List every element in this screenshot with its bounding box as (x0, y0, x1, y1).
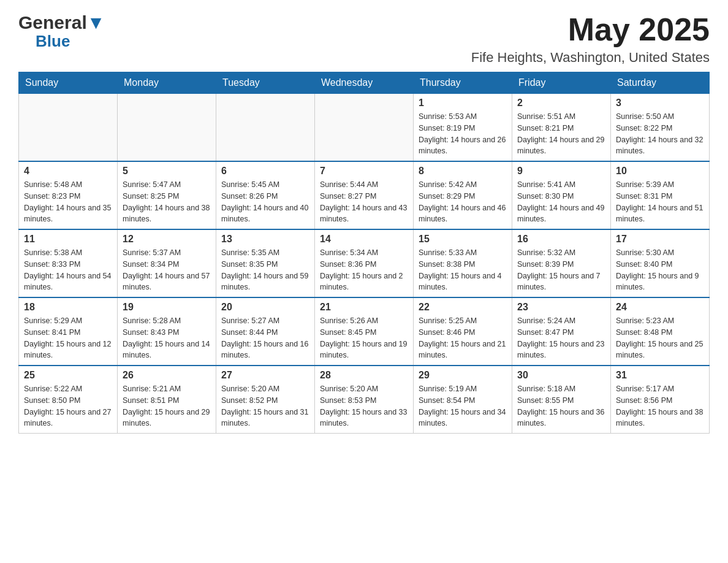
calendar-cell: 18Sunrise: 5:29 AMSunset: 8:41 PMDayligh… (19, 297, 118, 366)
day-number: 13 (221, 234, 309, 245)
calendar-cell: 20Sunrise: 5:27 AMSunset: 8:44 PMDayligh… (216, 297, 315, 366)
calendar-cell (216, 94, 315, 162)
day-info: Sunrise: 5:32 AMSunset: 8:39 PMDaylight:… (517, 247, 605, 293)
col-thursday: Thursday (414, 72, 512, 94)
day-info: Sunrise: 5:45 AMSunset: 8:26 PMDaylight:… (221, 179, 309, 225)
calendar-cell: 11Sunrise: 5:38 AMSunset: 8:33 PMDayligh… (19, 229, 118, 297)
day-number: 5 (123, 166, 211, 177)
day-info: Sunrise: 5:28 AMSunset: 8:43 PMDaylight:… (123, 315, 211, 361)
calendar-cell: 6Sunrise: 5:45 AMSunset: 8:26 PMDaylight… (216, 161, 315, 229)
logo-general-label: General (18, 12, 87, 33)
calendar-cell (315, 94, 414, 162)
day-number: 25 (24, 370, 112, 381)
calendar-cell (19, 94, 118, 162)
col-saturday: Saturday (611, 72, 710, 94)
calendar-week-3: 11Sunrise: 5:38 AMSunset: 8:33 PMDayligh… (19, 229, 710, 297)
calendar-cell: 17Sunrise: 5:30 AMSunset: 8:40 PMDayligh… (611, 229, 710, 297)
day-number: 19 (123, 302, 211, 313)
day-number: 31 (616, 370, 704, 381)
calendar-cell: 27Sunrise: 5:20 AMSunset: 8:52 PMDayligh… (216, 366, 315, 434)
month-title: May 2025 (471, 12, 710, 47)
day-number: 22 (419, 302, 507, 313)
day-info: Sunrise: 5:24 AMSunset: 8:47 PMDaylight:… (517, 315, 605, 361)
day-info: Sunrise: 5:29 AMSunset: 8:41 PMDaylight:… (24, 315, 112, 361)
day-info: Sunrise: 5:51 AMSunset: 8:21 PMDaylight:… (517, 111, 605, 157)
day-number: 16 (517, 234, 605, 245)
day-info: Sunrise: 5:25 AMSunset: 8:46 PMDaylight:… (419, 315, 507, 361)
day-number: 2 (517, 98, 605, 109)
calendar-cell: 7Sunrise: 5:44 AMSunset: 8:27 PMDaylight… (315, 161, 414, 229)
calendar-cell: 25Sunrise: 5:22 AMSunset: 8:50 PMDayligh… (19, 366, 118, 434)
calendar-cell: 23Sunrise: 5:24 AMSunset: 8:47 PMDayligh… (512, 297, 611, 366)
day-number: 27 (221, 370, 309, 381)
day-info: Sunrise: 5:22 AMSunset: 8:50 PMDaylight:… (24, 383, 112, 429)
calendar-cell: 16Sunrise: 5:32 AMSunset: 8:39 PMDayligh… (512, 229, 611, 297)
day-number: 24 (616, 302, 704, 313)
day-number: 10 (616, 166, 704, 177)
day-info: Sunrise: 5:42 AMSunset: 8:29 PMDaylight:… (419, 179, 507, 225)
day-number: 23 (517, 302, 605, 313)
calendar-header-row: Sunday Monday Tuesday Wednesday Thursday… (19, 72, 710, 94)
day-number: 1 (419, 98, 507, 109)
day-number: 3 (616, 98, 704, 109)
day-number: 20 (221, 302, 309, 313)
calendar-cell: 19Sunrise: 5:28 AMSunset: 8:43 PMDayligh… (118, 297, 216, 366)
col-wednesday: Wednesday (315, 72, 414, 94)
calendar-cell: 8Sunrise: 5:42 AMSunset: 8:29 PMDaylight… (414, 161, 512, 229)
calendar-cell: 3Sunrise: 5:50 AMSunset: 8:22 PMDaylight… (611, 94, 710, 162)
col-tuesday: Tuesday (216, 72, 315, 94)
day-number: 21 (320, 302, 408, 313)
day-number: 6 (221, 166, 309, 177)
location-title: Fife Heights, Washington, United States (471, 50, 710, 66)
calendar-cell: 5Sunrise: 5:47 AMSunset: 8:25 PMDaylight… (118, 161, 216, 229)
day-info: Sunrise: 5:33 AMSunset: 8:38 PMDaylight:… (419, 247, 507, 293)
day-number: 29 (419, 370, 507, 381)
calendar-week-4: 18Sunrise: 5:29 AMSunset: 8:41 PMDayligh… (19, 297, 710, 366)
calendar-cell: 26Sunrise: 5:21 AMSunset: 8:51 PMDayligh… (118, 366, 216, 434)
col-monday: Monday (118, 72, 216, 94)
calendar-cell: 29Sunrise: 5:19 AMSunset: 8:54 PMDayligh… (414, 366, 512, 434)
day-number: 18 (24, 302, 112, 313)
day-info: Sunrise: 5:20 AMSunset: 8:53 PMDaylight:… (320, 383, 408, 429)
title-section: May 2025 Fife Heights, Washington, Unite… (471, 12, 710, 66)
calendar-week-5: 25Sunrise: 5:22 AMSunset: 8:50 PMDayligh… (19, 366, 710, 434)
calendar-cell: 12Sunrise: 5:37 AMSunset: 8:34 PMDayligh… (118, 229, 216, 297)
day-number: 9 (517, 166, 605, 177)
day-info: Sunrise: 5:41 AMSunset: 8:30 PMDaylight:… (517, 179, 605, 225)
col-sunday: Sunday (19, 72, 118, 94)
calendar-week-1: 1Sunrise: 5:53 AMSunset: 8:19 PMDaylight… (19, 94, 710, 162)
day-number: 8 (419, 166, 507, 177)
calendar-cell: 28Sunrise: 5:20 AMSunset: 8:53 PMDayligh… (315, 366, 414, 434)
calendar-cell: 22Sunrise: 5:25 AMSunset: 8:46 PMDayligh… (414, 297, 512, 366)
day-number: 17 (616, 234, 704, 245)
day-info: Sunrise: 5:26 AMSunset: 8:45 PMDaylight:… (320, 315, 408, 361)
day-info: Sunrise: 5:38 AMSunset: 8:33 PMDaylight:… (24, 247, 112, 293)
day-info: Sunrise: 5:17 AMSunset: 8:56 PMDaylight:… (616, 383, 704, 429)
logo-blue-inline: ▼ (87, 12, 105, 33)
day-number: 28 (320, 370, 408, 381)
day-info: Sunrise: 5:39 AMSunset: 8:31 PMDaylight:… (616, 179, 704, 225)
calendar-cell: 1Sunrise: 5:53 AMSunset: 8:19 PMDaylight… (414, 94, 512, 162)
day-info: Sunrise: 5:23 AMSunset: 8:48 PMDaylight:… (616, 315, 704, 361)
logo-blue-text: Blue (36, 32, 70, 50)
day-info: Sunrise: 5:37 AMSunset: 8:34 PMDaylight:… (123, 247, 211, 293)
calendar-cell (118, 94, 216, 162)
day-info: Sunrise: 5:21 AMSunset: 8:51 PMDaylight:… (123, 383, 211, 429)
calendar-cell: 4Sunrise: 5:48 AMSunset: 8:23 PMDaylight… (19, 161, 118, 229)
calendar-cell: 10Sunrise: 5:39 AMSunset: 8:31 PMDayligh… (611, 161, 710, 229)
calendar-cell: 30Sunrise: 5:18 AMSunset: 8:55 PMDayligh… (512, 366, 611, 434)
day-info: Sunrise: 5:48 AMSunset: 8:23 PMDaylight:… (24, 179, 112, 225)
day-info: Sunrise: 5:50 AMSunset: 8:22 PMDaylight:… (616, 111, 704, 157)
day-info: Sunrise: 5:44 AMSunset: 8:27 PMDaylight:… (320, 179, 408, 225)
day-info: Sunrise: 5:30 AMSunset: 8:40 PMDaylight:… (616, 247, 704, 293)
day-info: Sunrise: 5:27 AMSunset: 8:44 PMDaylight:… (221, 315, 309, 361)
calendar-cell: 31Sunrise: 5:17 AMSunset: 8:56 PMDayligh… (611, 366, 710, 434)
calendar-cell: 2Sunrise: 5:51 AMSunset: 8:21 PMDaylight… (512, 94, 611, 162)
calendar-cell: 9Sunrise: 5:41 AMSunset: 8:30 PMDaylight… (512, 161, 611, 229)
day-info: Sunrise: 5:34 AMSunset: 8:36 PMDaylight:… (320, 247, 408, 293)
day-info: Sunrise: 5:18 AMSunset: 8:55 PMDaylight:… (517, 383, 605, 429)
day-number: 26 (123, 370, 211, 381)
day-number: 30 (517, 370, 605, 381)
day-number: 12 (123, 234, 211, 245)
col-friday: Friday (512, 72, 611, 94)
